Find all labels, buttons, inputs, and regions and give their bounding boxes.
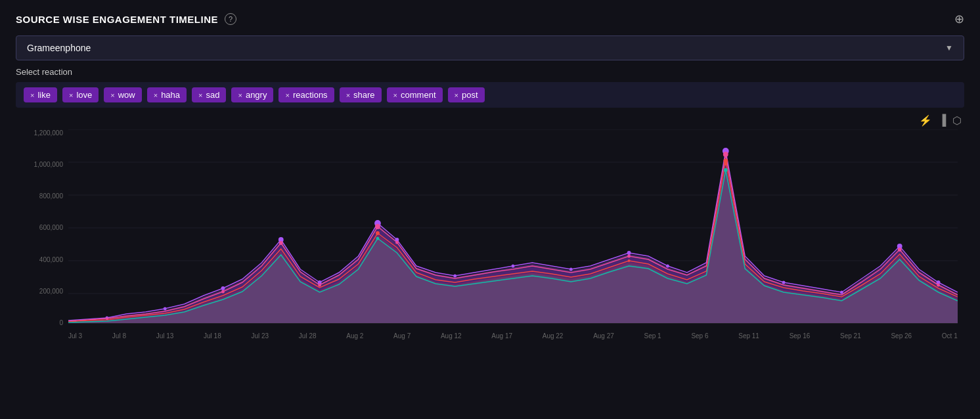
svg-point-28: [512, 265, 515, 268]
svg-point-27: [453, 275, 457, 278]
y-label-5: 200,000: [16, 288, 68, 295]
tag-comment[interactable]: ×comment: [387, 87, 443, 102]
x-label-12: Sep 1: [644, 332, 661, 340]
tag-post[interactable]: ×post: [448, 87, 485, 102]
svg-point-36: [221, 290, 225, 294]
chart-area: 1,200,000 1,000,000 800,000 600,000 400,…: [16, 129, 964, 340]
dropdown-arrow: ▼: [945, 43, 953, 53]
x-label-13: Sep 6: [691, 332, 708, 340]
line-chart-icon[interactable]: ⚡: [919, 114, 932, 127]
svg-point-24: [221, 286, 225, 290]
source-dropdown[interactable]: Grameenphone ▼: [16, 35, 964, 60]
main-container: SOURCE WISE ENGAGEMENT TIMELINE ? ⊕ Gram…: [0, 0, 980, 419]
x-label-17: Sep 26: [891, 332, 912, 340]
y-label-6: 0: [16, 319, 68, 326]
svg-point-12: [279, 241, 283, 245]
svg-point-14: [375, 224, 380, 229]
header-row: SOURCE WISE ENGAGEMENT TIMELINE ? ⊕: [16, 12, 964, 26]
tag-share[interactable]: ×share: [340, 87, 382, 102]
tags-container: ×like ×love ×wow ×haha ×sad ×angry ×reac…: [16, 82, 964, 108]
chart-svg: [68, 129, 958, 326]
title-area: SOURCE WISE ENGAGEMENT TIMELINE ?: [16, 13, 236, 25]
y-label-1: 1,000,000: [16, 161, 68, 168]
help-icon[interactable]: ?: [225, 13, 236, 25]
x-label-11: Aug 27: [593, 332, 614, 340]
svg-point-32: [782, 281, 786, 284]
tag-love[interactable]: ×love: [62, 87, 99, 102]
x-label-0: Jul 3: [68, 332, 82, 340]
tag-sad[interactable]: ×sad: [192, 87, 226, 102]
svg-point-37: [318, 284, 321, 287]
page-title: SOURCE WISE ENGAGEMENT TIMELINE: [16, 14, 218, 25]
zoom-icon[interactable]: ⊕: [954, 12, 964, 26]
y-axis: 1,200,000 1,000,000 800,000 600,000 400,…: [16, 129, 68, 340]
x-label-10: Aug 22: [543, 332, 564, 340]
x-label-3: Jul 18: [204, 332, 221, 340]
svg-point-31: [666, 265, 669, 268]
y-label-0: 1,200,000: [16, 129, 68, 137]
svg-point-42: [724, 162, 728, 165]
x-label-8: Aug 12: [441, 332, 462, 340]
y-label-2: 800,000: [16, 192, 68, 200]
chart-controls: ⚡ ▐ ⬡: [16, 114, 964, 127]
svg-point-41: [628, 259, 631, 262]
x-label-4: Jul 23: [251, 332, 269, 340]
svg-point-44: [724, 169, 727, 172]
svg-point-39: [627, 255, 631, 258]
tag-wow[interactable]: ×wow: [104, 87, 141, 102]
svg-point-35: [106, 317, 108, 320]
svg-point-43: [376, 237, 380, 240]
x-label-15: Sep 16: [790, 332, 811, 340]
x-label-2: Jul 13: [156, 332, 174, 340]
x-label-18: Oct 1: [942, 332, 958, 340]
tag-reactions[interactable]: ×reactions: [278, 87, 334, 102]
x-axis: Jul 3 Jul 8 Jul 13 Jul 18 Jul 23 Jul 28 …: [68, 332, 958, 340]
svg-point-33: [840, 291, 843, 294]
svg-point-29: [569, 268, 573, 271]
x-label-7: Aug 7: [393, 332, 411, 340]
y-label-3: 600,000: [16, 224, 68, 231]
tag-angry[interactable]: ×angry: [231, 87, 273, 102]
chart-inner: [68, 129, 958, 326]
svg-point-23: [164, 307, 167, 311]
svg-point-30: [627, 251, 631, 255]
stack-chart-icon[interactable]: ⬡: [952, 114, 962, 127]
dropdown-row: Grameenphone ▼: [16, 35, 964, 60]
x-label-6: Aug 2: [346, 332, 363, 340]
bar-chart-icon[interactable]: ▐: [939, 114, 946, 127]
x-label-9: Aug 17: [491, 332, 512, 340]
svg-point-21: [898, 248, 902, 252]
tag-haha[interactable]: ×haha: [147, 87, 187, 102]
x-label-1: Jul 8: [112, 332, 126, 340]
x-label-16: Sep 21: [840, 332, 861, 340]
svg-point-38: [395, 241, 399, 244]
x-label-14: Sep 11: [738, 332, 759, 340]
svg-point-40: [937, 284, 940, 287]
reaction-label: Select reaction: [16, 67, 964, 77]
x-label-5: Jul 28: [299, 332, 317, 340]
svg-point-17: [723, 152, 728, 157]
svg-point-15: [376, 231, 380, 235]
dropdown-value: Grameenphone: [27, 43, 91, 53]
tag-like[interactable]: ×like: [24, 87, 57, 102]
y-label-4: 400,000: [16, 256, 68, 263]
